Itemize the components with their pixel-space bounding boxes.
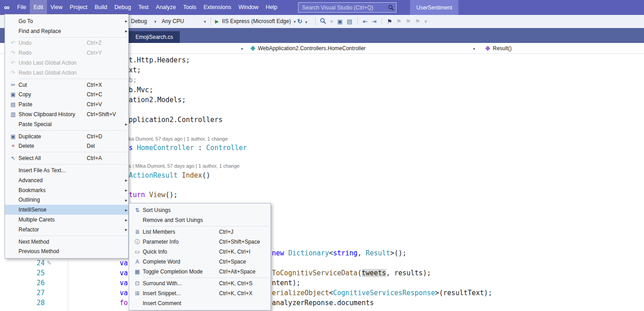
menu-file[interactable]: File xyxy=(14,0,30,15)
menu-item-next-method[interactable]: Next Method xyxy=(5,237,128,247)
menu-test[interactable]: Test xyxy=(135,0,152,15)
menu-debug[interactable]: Debug xyxy=(111,0,135,15)
menu-item-insert-snippet[interactable]: ⊞Insert Snippet...Ctrl+K, Ctrl+X xyxy=(129,288,271,298)
menu-item-label: Remove and Sort Usings xyxy=(143,217,219,223)
menu-item-label: Show Clipboard History xyxy=(19,111,87,118)
menu-item-parameter-info[interactable]: ⓘParameter InfoCtrl+Shift+Space xyxy=(129,237,271,247)
code-token: Dictionary xyxy=(288,249,329,257)
redo-icon: ↷ xyxy=(8,50,19,56)
code-token: HomeController xyxy=(137,144,194,152)
submenu-arrow-icon: ▸ xyxy=(122,198,127,203)
clipboard-history-icon: ▥ xyxy=(8,111,19,118)
menu-item-remove-and-sort-usings[interactable]: Remove and Sort Usings xyxy=(129,215,271,225)
code-line: b.Mvc; xyxy=(129,86,153,94)
menu-item-quick-info[interactable]: ▭Quick InfoCtrl+K, Ctrl+I xyxy=(129,247,271,257)
menu-item-toggle-completion-mode[interactable]: ▦Toggle Completion ModeCtrl+Alt+Space xyxy=(129,267,271,277)
menu-help[interactable]: Help xyxy=(262,0,281,15)
code-token: xt; xyxy=(129,66,141,74)
menu-item-shortcut: Del xyxy=(87,143,122,149)
quick-actions-pencil-icon[interactable]: ✎ xyxy=(47,260,51,266)
menu-item-label: Copy xyxy=(19,91,87,98)
menu-item-paste-special[interactable]: Paste Special▸ xyxy=(5,119,128,129)
toggle-completion-mode-icon: ▦ xyxy=(132,269,143,275)
menu-item-shortcut: Ctrl+J xyxy=(219,229,264,235)
menu-edit[interactable]: Edit xyxy=(30,0,47,15)
menu-item-paste[interactable]: ▤PasteCtrl+V xyxy=(5,99,128,109)
menu-analyze[interactable]: Analyze xyxy=(152,0,179,15)
menu-item-list-members[interactable]: ≣List MembersCtrl+J xyxy=(129,227,271,237)
menu-item-label: Sort Usings xyxy=(143,207,219,213)
menu-item-refactor[interactable]: Refactor▸ xyxy=(5,225,128,235)
code-token: new xyxy=(272,249,284,257)
menu-separator xyxy=(19,130,127,131)
menu-window[interactable]: Window xyxy=(235,0,262,15)
menu-item-bookmarks[interactable]: Bookmarks▸ xyxy=(5,185,128,195)
menu-item-surround-with[interactable]: ⊡Surround With...Ctrl+K, Ctrl+S xyxy=(129,279,271,289)
menu-item-shortcut: Ctrl+X xyxy=(87,82,122,88)
menu-item-label: Toggle Completion Mode xyxy=(143,269,219,275)
highlighted-token: tweets xyxy=(362,269,386,277)
line-number: 25 xyxy=(25,269,45,277)
menu-item-go-to[interactable]: Go To▸ xyxy=(5,16,128,26)
menu-item-insert-comment[interactable]: Insert Comment xyxy=(129,298,271,308)
menu-separator xyxy=(19,152,127,152)
menu-separator xyxy=(19,164,127,165)
menu-view[interactable]: View xyxy=(47,0,66,15)
menu-item-select-all[interactable]: ↖Select AllCtrl+A xyxy=(5,153,128,163)
menu-separator xyxy=(144,226,270,226)
code-token: s xyxy=(129,144,137,152)
menu-item-shortcut: Ctrl+Shift+V xyxy=(87,111,122,118)
menu-build[interactable]: Build xyxy=(91,0,111,15)
menu-project[interactable]: Project xyxy=(66,0,91,15)
menu-item-show-clipboard-history[interactable]: ▥Show Clipboard HistoryCtrl+Shift+V xyxy=(5,109,128,119)
menu-tools[interactable]: Tools xyxy=(180,0,200,15)
menu-item-shortcut: Ctrl+Alt+Space xyxy=(219,269,264,275)
line-number: 26 xyxy=(25,279,45,287)
copy-icon: ▣ xyxy=(8,91,19,98)
menu-item-complete-word[interactable]: AComplete WordCtrl+Space xyxy=(129,257,271,267)
menubar: FileEditViewProjectBuildDebugTestAnalyze… xyxy=(14,0,281,15)
menu-item-shortcut: Ctrl+Y xyxy=(87,50,122,56)
menu-item-label: Next Method xyxy=(19,239,87,245)
menu-item-label: Undo Last Global Action xyxy=(19,60,87,66)
menu-item-shortcut: Ctrl+A xyxy=(87,155,122,161)
menu-item-duplicate[interactable]: ▣DuplicateCtrl+D xyxy=(5,132,128,141)
submenu-arrow-icon: ▸ xyxy=(122,122,127,127)
menu-item-find-and-replace[interactable]: Find and Replace▸ xyxy=(5,26,128,36)
menu-extensions[interactable]: Extensions xyxy=(200,0,235,15)
menu-item-shortcut: Ctrl+K, Ctrl+I xyxy=(219,249,264,255)
menu-item-delete[interactable]: ×DeleteDel xyxy=(5,141,128,151)
menu-item-cut[interactable]: ✂CutCtrl+X xyxy=(5,80,128,90)
code-line: ation2.Models; xyxy=(129,96,186,104)
parameter-info-icon: ⓘ xyxy=(132,238,143,246)
search-input[interactable] xyxy=(299,3,385,12)
menu-item-label: Insert Comment xyxy=(143,300,219,306)
menu-item-insert-file-as-text[interactable]: Insert File As Text... xyxy=(5,165,128,175)
menu-item-shortcut: Ctrl+V xyxy=(87,101,122,108)
code-token: t.Http.Headers; xyxy=(129,56,190,64)
search-icon[interactable] xyxy=(385,3,396,12)
code-line: pplication2.Controllers xyxy=(129,116,223,124)
code-token: va xyxy=(120,269,128,277)
titlebar: ∞ FileEditViewProjectBuildDebugTestAnaly… xyxy=(0,0,644,15)
menu-item-label: Paste xyxy=(19,101,87,108)
code-token: va xyxy=(120,279,128,287)
menu-item-advanced[interactable]: Advanced▸ xyxy=(5,175,128,185)
menu-item-label: Advanced xyxy=(19,177,87,184)
visual-studio-logo-icon: ∞ xyxy=(0,3,14,12)
menu-item-copy[interactable]: ▣CopyCtrl+C xyxy=(5,90,128,100)
menu-item-multiple-carets[interactable]: Multiple Carets▸ xyxy=(5,215,128,225)
menu-item-label: Bookmarks xyxy=(19,187,87,193)
menu-item-intellisense[interactable]: IntelliSense▸ xyxy=(5,205,128,215)
menu-item-sort-usings[interactable]: ⇅Sort Usings xyxy=(129,205,271,215)
menu-item-outlining[interactable]: Outlining▸ xyxy=(5,195,128,205)
cut-icon: ✂ xyxy=(8,82,19,88)
search-box[interactable] xyxy=(298,2,397,13)
menu-item-previous-method[interactable]: Previous Method xyxy=(5,247,128,257)
code-token xyxy=(284,249,288,257)
undo-last-global-action-icon: ↶ xyxy=(8,60,19,66)
code-token: , results); xyxy=(386,269,431,277)
solution-name[interactable]: UserSentiment xyxy=(410,0,458,15)
line-number: 28 xyxy=(25,299,45,307)
submenu-arrow-icon: ▸ xyxy=(122,217,127,222)
